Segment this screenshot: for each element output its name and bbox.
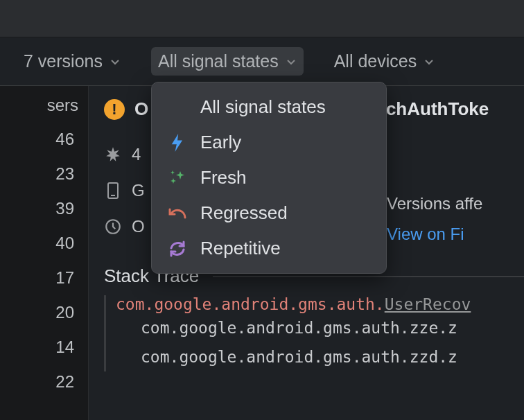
dropdown-item-repetitive[interactable]: Repetitive [152, 231, 386, 266]
cycle-icon [167, 238, 188, 259]
trace-package: com.google.android.gms.auth. [116, 295, 385, 313]
list-item[interactable]: 14 [0, 330, 88, 365]
list-item[interactable]: 22 [0, 365, 88, 399]
dropdown-item-all[interactable]: All signal states [152, 89, 386, 125]
list-item[interactable]: 40 [0, 226, 88, 261]
meta-device-text: G [132, 173, 145, 209]
warning-icon: ! [104, 99, 125, 120]
column-header-users: sers [0, 96, 88, 122]
dropdown-item-early[interactable]: Early [152, 125, 386, 160]
dropdown-item-label: Repetitive [200, 238, 281, 259]
view-on-link[interactable]: View on Fi [387, 225, 482, 244]
dropdown-item-label: Early [200, 132, 241, 153]
filter-versions-label: 7 versions [24, 51, 103, 71]
trace-frame[interactable]: com.google.android.gms.auth.zze.z [116, 313, 524, 342]
meta-events-text: 4 [132, 137, 141, 173]
bolt-icon [167, 132, 188, 153]
trace-exception-line[interactable]: com.google.android.gms.auth.UserRecov [116, 295, 524, 313]
dropdown-item-label: Regressed [200, 202, 288, 224]
burst-icon [104, 146, 122, 164]
filter-signal-states[interactable]: All signal states [151, 47, 304, 76]
device-icon [104, 182, 122, 200]
top-banner [0, 0, 524, 37]
chevron-down-icon [286, 56, 297, 67]
right-meta: Versions affe View on Fi [387, 194, 482, 244]
filter-bar: 7 versions All signal states All devices [0, 37, 524, 86]
chevron-down-icon [423, 56, 435, 67]
sparkle-icon [167, 168, 188, 189]
issue-title-suffix: tchAuthToke [380, 98, 489, 120]
dropdown-item-fresh[interactable]: Fresh [152, 160, 386, 195]
trace-frame[interactable]: com.google.android.gms.auth.zzd.z [116, 342, 524, 371]
trace-class: UserRecov [385, 295, 471, 313]
stack-trace: com.google.android.gms.auth.UserRecov co… [104, 295, 524, 371]
dropdown-item-regressed[interactable]: Regressed [152, 195, 386, 231]
dropdown-item-label: Fresh [200, 167, 246, 189]
filter-devices-label: All devices [334, 51, 417, 71]
filter-versions[interactable]: 7 versions [17, 47, 128, 76]
list-item[interactable]: 46 [0, 122, 88, 157]
divider [213, 276, 524, 277]
dropdown-item-label: All signal states [200, 96, 326, 118]
chevron-down-icon [110, 56, 121, 67]
issue-list-sidebar: sers 46 23 39 40 17 20 14 22 [0, 86, 89, 420]
meta-time-text: O [132, 209, 145, 245]
issue-title-prefix: O [134, 98, 148, 120]
list-item[interactable]: 23 [0, 157, 88, 191]
blank-icon [167, 97, 188, 118]
clock-icon [104, 218, 122, 236]
filter-signal-states-label: All signal states [158, 51, 279, 71]
filter-devices[interactable]: All devices [327, 47, 442, 76]
versions-affected-label: Versions affe [387, 194, 482, 213]
list-item[interactable]: 17 [0, 261, 88, 295]
list-item[interactable]: 20 [0, 295, 88, 330]
signal-states-dropdown: All signal states Early Fresh Regressed … [151, 82, 387, 274]
list-item[interactable]: 39 [0, 191, 88, 226]
undo-icon [167, 203, 188, 224]
